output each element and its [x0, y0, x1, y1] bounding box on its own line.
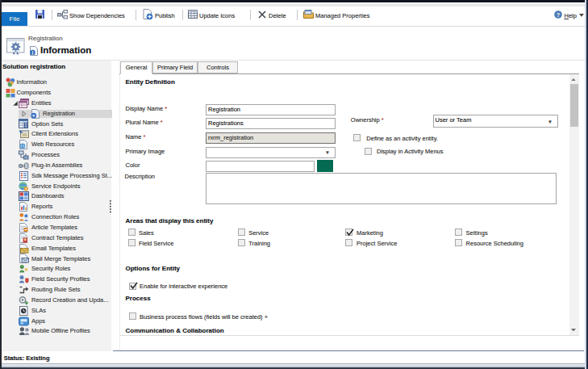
svg-text:?: ?: [557, 11, 561, 19]
svg-text:i: i: [32, 50, 34, 56]
